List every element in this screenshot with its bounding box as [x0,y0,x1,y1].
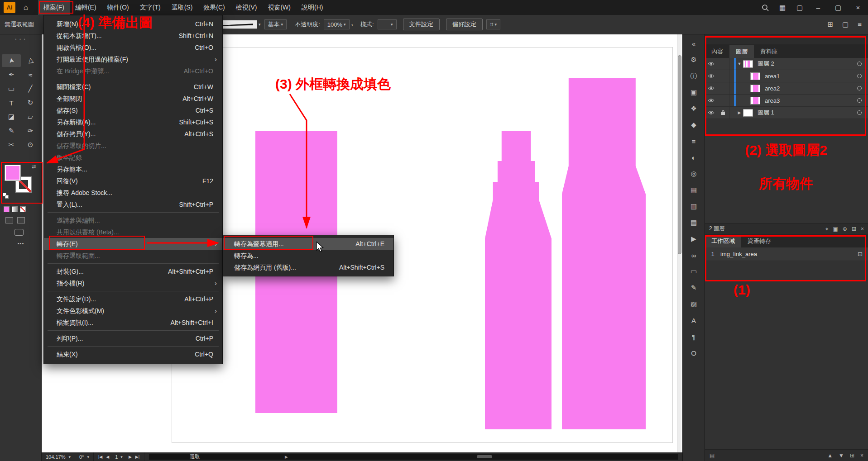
document-grid-icon[interactable]: ▦ [774,0,791,15]
delete-layer-icon[interactable]: × [861,226,864,232]
search-icon[interactable] [757,0,774,15]
toolbar-drag-handle[interactable]: • • • [0,37,41,42]
layer-row[interactable]: 圖層 1 [705,107,868,119]
file-menu-item[interactable]: 儲存(S) Ctrl+S [44,105,222,116]
lock-icon[interactable] [717,107,729,119]
gradient-button[interactable] [12,206,18,212]
export-submenu-item[interactable]: 轉存為... [223,250,393,261]
paragraph-panel-icon[interactable]: ¶ [687,331,700,342]
style-dropdown[interactable]: ▾ [378,19,397,29]
target-circle-icon[interactable] [857,110,862,115]
move-artboard-up-icon[interactable]: ▲ [827,452,833,459]
graph-panel-icon[interactable]: ▥ [687,201,700,212]
tab-libraries[interactable]: 資料庫 [754,45,784,58]
scissors-tool[interactable]: ✂ [2,138,21,151]
export-submenu-item[interactable]: 轉存為螢幕適用... Alt+Ctrl+E [223,238,393,250]
file-menu-item[interactable]: 回復(V) F12 [44,175,222,187]
selection-tool[interactable]: ➤ [2,54,21,67]
status-play-icon[interactable]: ▶ [285,455,288,459]
paintbrush-tool[interactable]: ✎ [2,124,21,137]
draw-normal-button[interactable] [5,217,13,223]
artboard-list-item[interactable]: 1 img_link_area ⊡ [705,247,868,261]
align-options-dropdown[interactable]: ⌗▾ [486,19,500,29]
lock-icon[interactable] [717,82,729,94]
symbols-panel-icon[interactable]: ▦ [687,185,700,195]
lock-icon[interactable] [717,58,729,70]
menu-object[interactable]: 物件(O) [102,0,134,15]
file-menu-item[interactable]: 封裝(G)... Alt+Shift+Ctrl+P [44,266,222,277]
arrange-documents-icon[interactable]: ⊞ [827,20,833,29]
menu-file[interactable]: 檔案(F) [38,0,70,15]
target-circle-icon[interactable] [857,98,862,103]
gradient-panel-icon[interactable]: ◆ [687,119,700,130]
transparency-panel-icon[interactable]: ◐ [687,152,700,163]
rectangle-tool[interactable]: ▭ [2,82,21,95]
actions-panel-icon[interactable]: ▶ [687,233,700,244]
file-menu-item[interactable]: 打開最近使用過的檔案(F) [44,53,222,65]
file-menu-item[interactable]: 在 Bridge 中瀏覽... Alt+Ctrl+O [44,65,222,77]
curvature-tool[interactable]: ≈ [21,68,40,81]
workspace-switcher-icon[interactable]: ▢ [842,20,849,29]
brush-definition-dropdown[interactable]: 基本▾ [264,19,287,29]
fill-color-swatch[interactable] [5,165,21,181]
controlbar-menu-icon[interactable]: ≡ [858,20,862,29]
file-menu-item[interactable] [44,261,222,266]
file-menu-item[interactable]: 儲存選取的切片... [44,140,222,152]
canvas-horizontal-scrollbar[interactable] [477,455,492,458]
collapse-panels-icon[interactable]: « [687,38,700,49]
tab-artboards[interactable]: 工作區域 [705,235,741,247]
navigator-panel-icon[interactable]: ▤ [687,217,700,228]
pink-bottle-shape-2[interactable] [562,78,646,429]
rotate-tool[interactable]: ↻ [21,96,40,109]
file-menu-item[interactable] [44,328,222,333]
file-menu-item[interactable]: 版本記錄 [44,152,222,163]
character-panel-icon[interactable]: A [687,315,700,326]
scrollbar-thumb[interactable] [678,55,681,254]
artboard-options-icon[interactable]: ▤ [710,452,715,459]
file-menu-item[interactable] [44,344,222,348]
eye-icon[interactable] [705,82,717,94]
next-artboard-button[interactable]: ▶ [129,455,132,459]
previous-artboard-button[interactable]: ◀ [106,455,109,459]
eyedropper-tool[interactable]: ✑ [21,124,40,137]
zoom-tool[interactable]: ⊙ [21,138,40,151]
file-menu-item[interactable]: 置入(L)... Shift+Ctrl+P [44,199,222,210]
tab-layers[interactable]: 圖層 [729,45,754,58]
links-panel-icon[interactable]: ∞ [687,250,700,261]
menu-edit[interactable]: 編輯(E) [70,0,102,15]
file-menu-item[interactable]: 搜尋 Adobe Stock... [44,187,222,199]
line-segment-tool[interactable]: ╱ [21,82,40,95]
file-menu-item[interactable]: 另存新檔(A)... Shift+Ctrl+S [44,116,222,128]
swatches-panel-icon[interactable]: ▨ [687,299,700,309]
new-layer-icon[interactable]: ⊞ [852,226,856,232]
file-menu-item[interactable]: 開啟舊檔(O)... Ctrl+O [44,42,222,53]
eye-icon[interactable] [705,95,717,106]
file-menu-item[interactable] [44,289,222,293]
rotation-dropdown[interactable]: 0°▾ [75,452,94,461]
default-fill-stroke-icon[interactable] [3,193,9,199]
direct-selection-tool[interactable]: ▷ [21,54,40,67]
locate-object-icon[interactable]: ⌖ [825,226,829,232]
last-artboard-button[interactable]: ▶| [135,455,139,459]
layer-row[interactable]: area2 [705,82,868,95]
first-artboard-button[interactable]: |◀ [98,455,102,459]
export-submenu-item[interactable]: 儲存為網頁用 (舊版)... Alt+Shift+Ctrl+S [223,261,393,273]
menu-effect[interactable]: 效果(C) [198,0,230,15]
swap-fill-stroke-icon[interactable]: ⇄ [32,164,36,170]
file-menu-item[interactable]: 全部關閉 Alt+Ctrl+W [44,93,222,105]
minimize-button[interactable]: – [808,0,828,15]
file-menu-item[interactable]: 另存範本... [44,163,222,175]
new-artboard-icon[interactable]: ⊞ [850,452,854,459]
opacity-flyout-icon[interactable]: › [351,21,353,28]
scale-tool[interactable]: ▱ [21,110,40,123]
opacity-input[interactable]: 100%▾ [324,19,350,29]
panel-layout-icon[interactable]: ▢ [791,0,808,15]
delete-artboard-icon[interactable]: × [860,452,863,459]
file-menu-item[interactable]: 儲存拷貝(Y)... Alt+Ctrl+S [44,128,222,140]
home-icon[interactable]: ⌂ [22,3,30,12]
canvas-vertical-scrollbar[interactable] [677,34,681,452]
info-panel-icon[interactable]: ⓘ [687,71,700,81]
none-button[interactable] [20,206,26,212]
target-circle-icon[interactable] [857,74,862,78]
file-menu-item[interactable] [44,77,222,81]
